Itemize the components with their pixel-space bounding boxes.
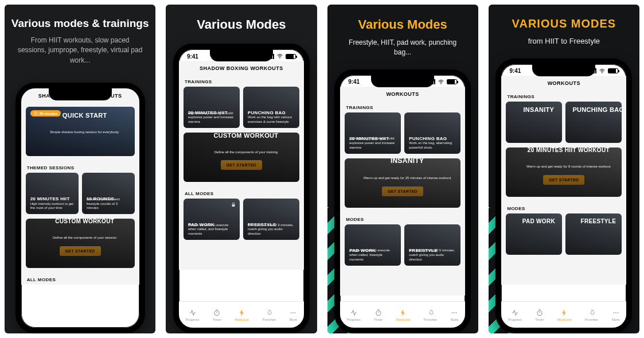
card-desc: Warm up and get ready for 25 minutes of … <box>364 176 451 181</box>
svg-point-15 <box>615 312 616 313</box>
phone-notch <box>532 64 595 76</box>
training-card-insanity[interactable]: INSANITY <box>506 102 562 143</box>
section-label: MODES <box>340 212 465 224</box>
training-card-bag[interactable]: PUNCHING BAG <box>565 102 622 143</box>
bolt-icon <box>560 309 568 317</box>
flame-icon <box>427 309 435 317</box>
card-title: CUSTOM WORKOUT <box>213 133 278 139</box>
card-desc: Work on the bag with various exercises &… <box>248 115 295 125</box>
clock-icon <box>34 111 38 115</box>
slide-subhead: Freestyle, HIIT, pad work, punching bag.… <box>333 38 473 58</box>
tab-timer[interactable]: Timer <box>374 309 383 321</box>
svg-point-12 <box>602 72 603 73</box>
card-desc: High intensity workout to get the most o… <box>30 202 74 211</box>
battery-icon <box>447 79 457 84</box>
card-desc: Guided exercises and freestyle rounds of… <box>87 197 130 211</box>
card-desc: High intensity training to build explosi… <box>349 137 396 150</box>
app-title: WORKOUTS <box>340 87 465 100</box>
svg-point-11 <box>456 312 457 313</box>
card-title: 20 MINUTES HIIT WORKOUT <box>528 147 610 153</box>
timer-icon <box>213 309 221 317</box>
mode-card-padwork[interactable]: PAD WORK Simple combos to execute when c… <box>345 224 401 266</box>
tab-workouts[interactable]: Workouts <box>235 309 249 321</box>
slide-subhead: From HIIT workouts, slow paced sessions,… <box>10 36 150 65</box>
section-label: MODES <box>501 201 626 213</box>
card-title: CUSTOM WORKOUT <box>55 219 114 224</box>
section-label: TRAININGS <box>501 90 626 102</box>
card-desc: Define all the components of your traini… <box>214 150 278 155</box>
flame-icon <box>588 309 596 317</box>
wifi-icon <box>438 79 444 86</box>
slide-subhead: from HIIT to Freestyle <box>521 36 607 47</box>
tab-more[interactable]: More <box>612 309 620 321</box>
card-title: 20 MINUTES HIIT <box>30 196 74 201</box>
battery-icon <box>608 68 618 73</box>
svg-point-13 <box>537 310 542 315</box>
tab-punches[interactable]: Punches <box>263 309 276 321</box>
svg-point-3 <box>214 310 219 315</box>
mode-card-freestyle[interactable]: FREESTYLE Box for 6 rounds of 3 minutes,… <box>243 199 299 240</box>
more-icon <box>612 309 620 317</box>
custom-workout-card[interactable]: CUSTOM WORKOUT Define all the components… <box>26 219 135 268</box>
tab-workouts[interactable]: Workouts <box>396 309 410 321</box>
tab-more[interactable]: More <box>289 309 297 321</box>
section-label: THEMED SESSIONS <box>21 161 139 173</box>
tab-more[interactable]: More <box>450 309 458 321</box>
slide-headline: Various modes & trainings <box>11 17 149 30</box>
section-label: ALL MODES <box>21 273 139 285</box>
tab-progress[interactable]: Progress <box>347 309 361 321</box>
wifi-icon <box>599 68 606 75</box>
tab-progress[interactable]: Progress <box>186 309 200 321</box>
lock-icon <box>231 202 236 208</box>
tab-workouts[interactable]: Workouts <box>557 309 572 321</box>
status-time: 9:41 <box>187 53 198 60</box>
featured-insanity-card[interactable]: INSANITY Warm up and get ready for 25 mi… <box>345 158 460 208</box>
svg-point-4 <box>291 312 292 313</box>
activity-icon <box>350 309 358 317</box>
training-card-hiit[interactable]: 20 MINUTES HIIT High intensity training … <box>345 112 401 154</box>
tab-progress[interactable]: Progress <box>508 309 522 321</box>
duration-badge: 20 minutes <box>30 110 61 116</box>
training-card-hiit[interactable]: 20 MINUTES HIIT High intensity training … <box>184 87 240 128</box>
mode-card-padwork[interactable]: PAD WORK Simple combos to execute when c… <box>184 199 240 240</box>
training-card-rounds[interactable]: 10 ROUNDS Guided exercises and freestyle… <box>82 173 135 214</box>
tab-timer[interactable]: Timer <box>213 309 221 321</box>
section-label: TRAININGS <box>340 100 465 112</box>
slide-headline: Various Modes <box>358 17 447 32</box>
tab-punches[interactable]: Punches <box>585 309 598 321</box>
store-slide-1: Various modes & trainings From HIIT work… <box>5 5 155 333</box>
card-desc: Work on the bag, alternating powerfull s… <box>409 141 456 150</box>
mode-card-padwork[interactable]: PAD WORK <box>506 213 562 255</box>
phone-mock: 9:41 WORKOUTS TRAININGS INSANITY PUNCHIN… <box>495 59 632 333</box>
tab-timer[interactable]: Timer <box>535 309 544 321</box>
card-title: PAD WORK <box>522 218 555 224</box>
featured-hiit-card[interactable]: 20 MINUTES HIIT WORKOUT Warm up and get … <box>506 147 622 197</box>
tab-punches[interactable]: Punches <box>424 309 437 321</box>
mode-card-freestyle[interactable]: FREESTYLE <box>565 213 622 255</box>
training-card-bag[interactable]: PUNCHING BAG Work on the bag with variou… <box>243 87 299 128</box>
custom-workout-card[interactable]: CUSTOM WORKOUT Define all the components… <box>184 133 299 182</box>
svg-point-5 <box>292 312 294 313</box>
phone-mock: SHADOW BOXING WORKOUTS 20 minutes QUICK … <box>15 83 145 333</box>
wifi-icon <box>276 53 283 60</box>
store-slide-4: VARIOUS MODES from HIIT to Freestyle 9:4… <box>489 5 639 333</box>
activity-icon <box>511 309 519 317</box>
more-icon <box>289 309 297 317</box>
svg-point-16 <box>617 312 618 313</box>
training-card-hiit[interactable]: 20 MINUTES HIIT High intensity workout t… <box>26 173 79 214</box>
training-card-bag[interactable]: PUNCHING BAG Work on the bag, alternatin… <box>404 112 460 154</box>
flame-icon <box>265 309 273 317</box>
store-slide-3: Various Modes Freestyle, HIIT, pad work,… <box>327 5 478 333</box>
svg-rect-2 <box>232 204 235 207</box>
timer-icon <box>536 309 544 317</box>
card-title: INSANITY <box>391 158 424 165</box>
card-desc: Warm up and get ready for 8 rounds of in… <box>526 165 611 169</box>
timer-icon <box>374 309 383 317</box>
more-icon <box>450 309 458 317</box>
quick-start-card[interactable]: 20 minutes QUICK START Simple shadow box… <box>26 107 135 156</box>
svg-point-8 <box>376 310 380 315</box>
mode-card-freestyle[interactable]: FREESTYLE Box for 6 rounds of 3 minutes,… <box>404 224 460 266</box>
card-desc: Box for 6 rounds of 3 minutes, coach giv… <box>248 223 295 236</box>
store-slide-2: Various Modes 9:41 SHADOW BOXING WORKOUT… <box>166 5 317 333</box>
bolt-icon <box>399 309 407 317</box>
